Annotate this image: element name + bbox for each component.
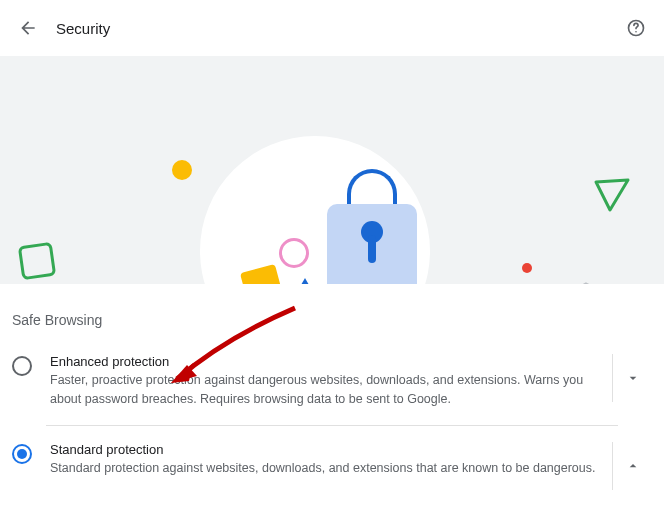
help-button[interactable] — [624, 16, 648, 40]
enhanced-protection-option: Enhanced protection Faster, proactive pr… — [0, 338, 664, 425]
svg-point-1 — [635, 31, 637, 33]
standard-title: Standard protection — [50, 442, 602, 457]
enhanced-title: Enhanced protection — [50, 354, 602, 369]
enhanced-desc: Faster, proactive protection against dan… — [50, 371, 602, 409]
help-icon — [626, 18, 646, 38]
standard-expander[interactable] — [612, 442, 652, 490]
page-title: Security — [56, 20, 110, 37]
enhanced-radio[interactable] — [12, 356, 32, 376]
chevron-down-icon — [625, 370, 641, 386]
enhanced-body[interactable]: Enhanced protection Faster, proactive pr… — [50, 354, 612, 409]
chevron-up-icon — [625, 458, 641, 474]
hero-illustration — [0, 56, 664, 284]
back-button[interactable] — [16, 16, 40, 40]
header: Security — [0, 0, 664, 56]
arrow-left-icon — [18, 18, 38, 38]
standard-body[interactable]: Standard protection Standard protection … — [50, 442, 612, 478]
section-title: Safe Browsing — [0, 284, 664, 338]
standard-desc: Standard protection against websites, do… — [50, 459, 602, 478]
standard-radio[interactable] — [12, 444, 32, 464]
standard-protection-option: Standard protection Standard protection … — [0, 426, 664, 506]
enhanced-expander[interactable] — [612, 354, 652, 402]
